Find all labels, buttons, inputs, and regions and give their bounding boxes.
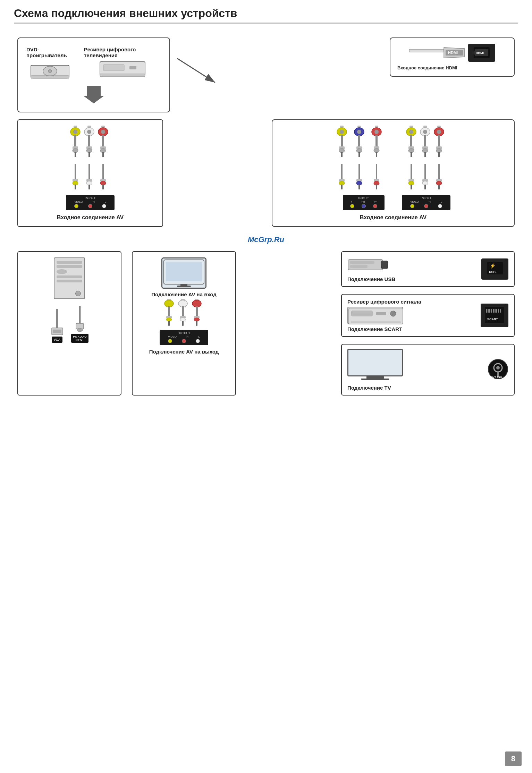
tv-device-icon [347, 349, 403, 383]
vga-cable-icon [50, 309, 64, 337]
av-r-label: R [429, 200, 431, 203]
svg-rect-87 [410, 135, 412, 147]
svg-point-143 [194, 318, 200, 321]
ypbpr-ports: Y Pb Pr [346, 200, 381, 203]
svg-point-93 [423, 130, 427, 134]
y-circle [350, 204, 354, 208]
av-right-plugs [402, 126, 450, 164]
rca-bottom-group-left [66, 164, 115, 195]
svg-rect-21 [74, 135, 76, 147]
svg-rect-24 [75, 152, 76, 157]
ypbpr-title: INPUT [346, 196, 381, 200]
av-output-connect-label: Подключение AV на выход [149, 349, 219, 355]
hdmi-port-black: HDMI [468, 44, 495, 62]
av-l-label: L [440, 200, 442, 203]
svg-rect-101 [438, 135, 440, 147]
svg-point-100 [437, 130, 441, 134]
scart-device-label: Ресивер цифрового сигнала [347, 299, 421, 305]
svg-point-122 [77, 328, 83, 332]
svg-rect-110 [411, 185, 412, 189]
svg-text:HDMI: HDMI [476, 51, 484, 55]
svg-point-140 [192, 300, 201, 307]
svg-rect-132 [168, 321, 170, 326]
svg-text:ANT 75Ω: ANT 75Ω [490, 376, 503, 379]
av-left-label: Входное соединение AV [57, 214, 124, 221]
av-right-cables [402, 164, 450, 195]
vga-port: VGA [52, 337, 63, 343]
receiver-label: Ресивер цифрового телевидения [84, 46, 161, 58]
svg-rect-47 [88, 185, 90, 189]
scart-label: Подключение SCART [347, 326, 421, 332]
pc-disc [57, 269, 67, 274]
ypbpr-plugs [336, 126, 391, 164]
pc-tower-lines [54, 258, 84, 287]
svg-rect-54 [341, 135, 343, 147]
svg-rect-162 [493, 309, 494, 313]
output-r-label: R [186, 335, 188, 338]
tv-connect-box: Подключение TV ANT 75Ω [341, 344, 515, 396]
av-video-circle [410, 204, 414, 208]
usb-device-row [347, 256, 395, 273]
usb-label: Подключение USB [347, 276, 395, 282]
l-circle [102, 204, 106, 208]
svg-rect-61 [358, 135, 360, 147]
svg-line-10 [177, 58, 215, 83]
output-video-label: VIDEO [168, 335, 177, 338]
svg-rect-141 [196, 306, 198, 317]
svg-rect-68 [375, 135, 378, 147]
pc-line-3 [57, 275, 82, 278]
av-input-panel-left: INPUT VIDEO R L [66, 195, 115, 210]
svg-point-60 [357, 130, 361, 134]
svg-rect-5 [103, 65, 124, 71]
svg-text:HDMI: HDMI [448, 51, 458, 55]
svg-rect-113 [424, 185, 426, 189]
av-input-circles-left [69, 204, 111, 208]
svg-rect-144 [196, 321, 197, 326]
svg-rect-147 [350, 265, 368, 268]
hdmi-cable-icon: HDMI [409, 46, 465, 60]
svg-rect-116 [438, 185, 440, 189]
svg-rect-44 [75, 185, 76, 189]
av-input-title-left: INPUT [69, 196, 111, 200]
usb-connect-box: Подключение USB ⚡ USB [341, 251, 515, 287]
svg-point-34 [101, 130, 105, 134]
dvd-icon [29, 58, 71, 83]
pc-cables: VGA PC AUDIOINPUT [50, 306, 89, 343]
scart-port-icon: SCART [481, 304, 508, 327]
svg-text:USB: USB [489, 270, 496, 274]
pb-label: Pb [362, 200, 365, 203]
svg-rect-94 [424, 135, 426, 147]
svg-point-67 [374, 130, 379, 134]
av-right-label: Входное соединение AV [278, 214, 508, 221]
ypbpr-panel: INPUT Y Pb Pr [343, 195, 385, 210]
middle-row: INPUT VIDEO R L Входное соединение AV [17, 119, 515, 227]
av-left-box: INPUT VIDEO R L Входное соединение AV [17, 119, 163, 227]
svg-rect-80 [358, 185, 360, 189]
svg-point-155 [390, 311, 396, 316]
hdmi-label: Входное соединение HDMI [397, 65, 507, 70]
vga-cable-group: VGA [50, 309, 64, 343]
pc-power-button [75, 291, 81, 296]
svg-rect-50 [102, 185, 104, 189]
diagram-wrapper: DVD-проигрыватель Ресивер цифрового теле… [14, 34, 518, 399]
audio-cable-icon [75, 306, 85, 334]
svg-rect-153 [352, 311, 372, 316]
tv-screen [347, 349, 403, 376]
av-right-group: INPUT VIDEO R L [402, 126, 450, 210]
svg-rect-146 [350, 261, 374, 264]
pc-line-4 [57, 280, 82, 282]
output-title: OUTPUT [163, 331, 205, 335]
svg-point-2 [48, 69, 52, 73]
output-l-label: L [198, 335, 200, 338]
svg-rect-119 [53, 330, 61, 333]
dvd-label: DVD-проигрыватель [26, 46, 74, 58]
svg-rect-38 [102, 152, 104, 157]
av-right-box: INPUT Y Pb Pr [272, 119, 515, 227]
monitor-svg [163, 259, 205, 287]
svg-point-131 [166, 318, 172, 321]
svg-rect-31 [88, 152, 90, 157]
pc-line-2 [57, 265, 82, 268]
svg-rect-71 [376, 152, 377, 157]
svg-rect-35 [102, 135, 104, 147]
ypbpr-top [336, 126, 391, 164]
